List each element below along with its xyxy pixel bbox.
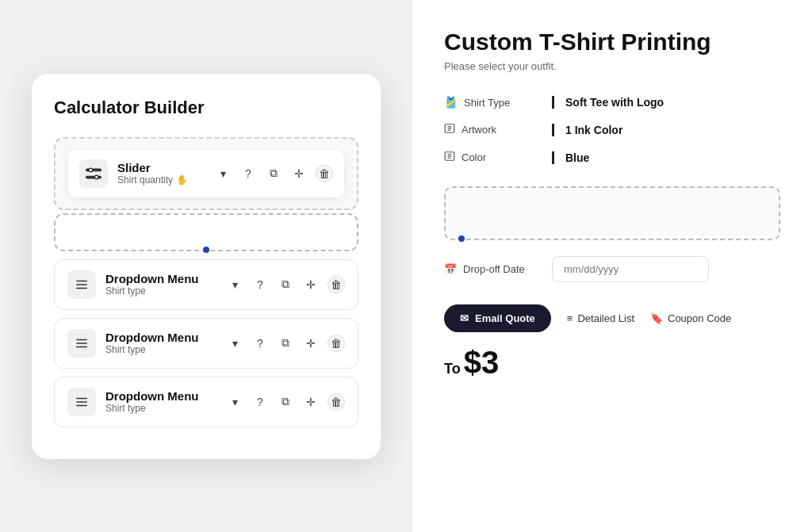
dd-delete-3[interactable]: 🗑 [327,393,345,411]
dd-help-3[interactable]: ? [251,393,269,411]
email-icon: ✉ [460,312,469,324]
slider-controls: ▾ ? ⧉ ✛ 🗑 [214,165,333,182]
date-label: 📅 Drop-off Date [444,263,539,275]
move-icon[interactable]: ✛ [290,165,308,182]
artwork-icon [444,123,455,136]
copy-icon[interactable]: ⧉ [265,165,282,182]
dropdown-labels-3: Dropdown Menu Shirt type [105,389,226,414]
dd-collapse-2[interactable]: ▾ [226,335,243,352]
dropdown-icon-1 [67,270,96,299]
slider-item-wrapper: Slider Shirt quantity ✋ ▾ ? ⧉ ✛ 🗑 [54,137,358,210]
slider-icon [79,159,108,188]
dropdown-labels-1: Dropdown Menu Shirt type [105,272,226,297]
dd-help-1[interactable]: ? [251,276,269,293]
shirt-type-row: 🎽 Shirt Type Soft Tee with Logo [444,96,780,109]
dropdown-item-3[interactable]: Dropdown Menu Shirt type ▾ ? ⧉ ✛ 🗑 [54,377,358,427]
shirt-type-label: 🎽 Shirt Type [444,96,539,109]
dropdown-labels-2: Dropdown Menu Shirt type [105,331,226,355]
dd-delete-2[interactable]: 🗑 [327,335,345,352]
detailed-list-button[interactable]: ≡ Detailed List [567,312,634,324]
right-panel: Custom T-Shirt Printing Please select yo… [412,0,812,532]
drop-zone-1 [54,213,358,251]
dropdown-controls-1: ▾ ? ⧉ ✛ 🗑 [226,276,345,293]
calculator-card: Calculator Builder Slider Shirt quantity… [32,74,381,459]
dropdown-icon-3 [67,388,96,416]
shirt-type-icon: 🎽 [444,96,458,109]
right-drop-zone [444,186,780,240]
calendar-icon: 📅 [444,263,457,275]
dropdown-sub-2: Shirt type [105,344,226,355]
coupon-code-button[interactable]: 🔖 Coupon Code [650,312,731,324]
artwork-row: Artwork 1 Ink Color [444,123,780,136]
dd-delete-1[interactable]: 🗑 [327,276,345,293]
page-title: Custom T-Shirt Printing [444,29,780,55]
dd-move-3[interactable]: ✛ [302,393,320,411]
dd-help-2[interactable]: ? [251,335,269,352]
dropdown-item-2[interactable]: Dropdown Menu Shirt type ▾ ? ⧉ ✛ 🗑 [54,318,358,369]
artwork-label: Artwork [444,123,539,136]
color-icon [444,151,455,164]
dropdown-name-3: Dropdown Menu [105,389,226,403]
dd-move-1[interactable]: ✛ [302,276,320,293]
delete-icon[interactable]: 🗑 [316,165,333,182]
drag-icon: ✋ [176,174,188,186]
drop-dot-1 [203,247,209,253]
list-icon: ≡ [567,312,573,324]
slider-sub: Shirt quantity ✋ [117,174,214,186]
page-subtitle: Please select your outfit. [444,60,780,72]
color-value: Blue [552,151,780,164]
total-row: To $3 [444,345,780,381]
dd-collapse-1[interactable]: ▾ [226,276,243,293]
slider-labels: Slider Shirt quantity ✋ [117,161,214,186]
right-drop-dot [458,235,465,242]
dd-collapse-3[interactable]: ▾ [226,393,243,411]
help-icon[interactable]: ? [239,165,257,182]
dd-move-2[interactable]: ✛ [302,335,320,352]
dropdown-name-1: Dropdown Menu [105,272,226,285]
dd-copy-2[interactable]: ⧉ [277,335,294,352]
date-input[interactable] [552,256,709,282]
dropdown-controls-2: ▾ ? ⧉ ✛ 🗑 [226,335,345,352]
dropdown-item-1[interactable]: Dropdown Menu Shirt type ▾ ? ⧉ ✛ 🗑 [54,259,358,310]
calculator-title: Calculator Builder [54,98,358,118]
email-quote-button[interactable]: ✉ Email Quote [444,304,551,332]
collapse-icon[interactable]: ▾ [214,165,232,182]
total-amount: $3 [464,345,500,381]
slider-item[interactable]: Slider Shirt quantity ✋ ▾ ? ⧉ ✛ 🗑 [68,150,344,197]
dropdown-sub-1: Shirt type [105,285,226,297]
svg-point-3 [94,175,98,179]
dd-copy-3[interactable]: ⧉ [277,393,294,411]
dropdown-name-2: Dropdown Menu [105,331,226,344]
svg-point-2 [89,168,93,172]
dropdown-controls-3: ▾ ? ⧉ ✛ 🗑 [226,393,345,411]
date-row: 📅 Drop-off Date [444,256,780,282]
dropdown-sub-3: Shirt type [105,403,226,414]
artwork-value: 1 Ink Color [552,124,780,136]
slider-name: Slider [117,161,214,174]
shirt-type-value: Soft Tee with Logo [552,96,780,109]
dropdown-icon-2 [67,329,96,358]
left-panel: Calculator Builder Slider Shirt quantity… [0,0,412,532]
color-row: Color Blue [444,151,780,164]
coupon-icon: 🔖 [650,312,663,324]
action-bar: ✉ Email Quote ≡ Detailed List 🔖 Coupon C… [444,304,780,332]
total-label: To [444,361,461,377]
color-label: Color [444,151,539,164]
dd-copy-1[interactable]: ⧉ [277,276,294,293]
